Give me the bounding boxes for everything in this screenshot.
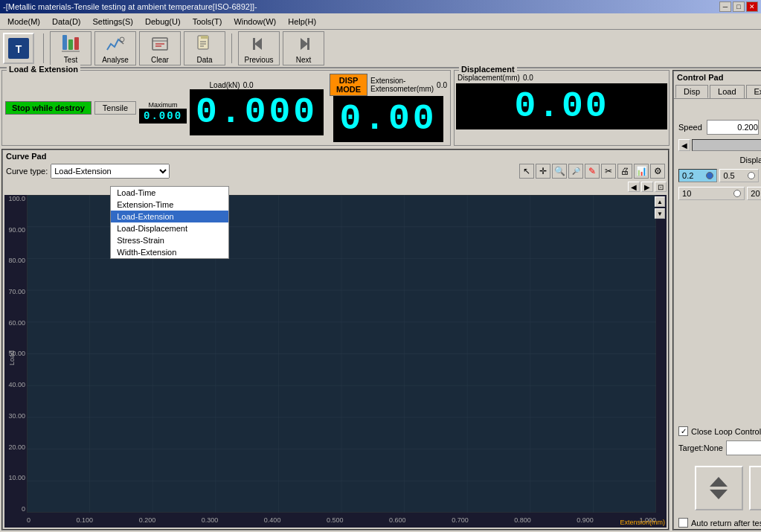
x-axis-title: Extension(mm) <box>620 519 666 526</box>
speed-btn-label: 0.2 <box>682 171 693 180</box>
chart-nav-expand[interactable]: ⊡ <box>655 182 667 192</box>
dropdown-load-ext[interactable]: Load-Extension <box>111 211 228 222</box>
dropdown-load-disp[interactable]: Load-Displacement <box>111 222 228 234</box>
load-ext-section: Load & Extension Stop while destroy Tens… <box>1 70 451 146</box>
menu-mode[interactable]: Mode(M) <box>1 16 46 28</box>
y-label-20: 20.00 <box>8 443 25 451</box>
disp-mode-button[interactable]: DISP MODE <box>330 74 367 96</box>
displacement-section: Displacement Displacement(mm) 0.0 0.00 <box>454 70 670 146</box>
logo-button[interactable]: T <box>3 33 34 64</box>
dropdown-stress-strain[interactable]: Stress-Strain <box>111 234 228 246</box>
settings-tool[interactable]: ⚙ <box>650 164 665 179</box>
speed-btn-label: 0.5 <box>723 171 734 180</box>
y-label-0: 0 <box>22 505 25 513</box>
tab-disp[interactable]: Disp <box>675 85 708 98</box>
previous-button[interactable]: Previous <box>238 31 280 65</box>
tensile-label: Tensile <box>94 101 136 115</box>
slider-track[interactable] <box>692 139 761 151</box>
clear-label: Clear <box>151 56 169 64</box>
speed-buttons-row2: 10 20 50 <box>678 187 761 200</box>
menu-help[interactable]: Help(H) <box>282 16 322 28</box>
title-bar: -[Metallic materials-Tensile testing at … <box>0 0 761 13</box>
svg-rect-4 <box>74 37 79 50</box>
menu-tools[interactable]: Tools(T) <box>187 16 228 28</box>
auto-return-row: Auto return after testing (Speed: 50) <box>674 516 761 529</box>
svg-point-6 <box>120 37 124 42</box>
auto-return-label: Auto return after testing (Speed: 50) <box>691 519 761 528</box>
x-label-7: 0.700 <box>452 516 469 524</box>
disp-mm-min-label: Displacement mm/min <box>678 156 761 164</box>
dropdown-width-ext[interactable]: Width-Extension <box>111 246 228 258</box>
y-axis-title: Load <box>8 350 16 365</box>
displacement-main-display: 0.00 <box>456 83 667 129</box>
displacement-unit: Displacement(mm) <box>457 74 520 82</box>
curve-type-select[interactable]: Load-TimeExtension-TimeLoad-ExtensionLoa… <box>51 164 170 179</box>
maximize-button[interactable]: □ <box>733 1 745 12</box>
menu-settings[interactable]: Settings(S) <box>87 16 139 28</box>
x-label-9: 0.900 <box>577 516 594 524</box>
speed-label: Speed <box>678 123 702 132</box>
test-button[interactable]: Test <box>50 31 91 65</box>
scroll-down[interactable]: ▼ <box>655 208 665 219</box>
chart-tool[interactable]: 📊 <box>634 164 649 179</box>
radio-0.2 <box>706 172 713 179</box>
pen-tool[interactable]: ✎ <box>585 164 600 179</box>
menu-data[interactable]: Data(D) <box>46 16 87 28</box>
stop-while-destroy-button[interactable]: Stop while destroy <box>5 101 91 115</box>
up-down-button[interactable] <box>695 466 743 510</box>
target-input[interactable] <box>726 440 761 455</box>
zoom-out-tool[interactable]: 🔎 <box>568 164 583 179</box>
clear-button[interactable]: Clear <box>139 31 181 65</box>
speed-btn-10[interactable]: 10 <box>678 187 745 200</box>
speed-btn-0.5[interactable]: 0.5 <box>719 169 758 182</box>
y-label-80: 80.00 <box>8 257 25 264</box>
x-label-1: 0.100 <box>77 516 94 524</box>
svg-rect-3 <box>68 39 73 50</box>
toolbar: T Test Analyse Clear <box>0 30 761 68</box>
curve-pad-header: Curve type: Load-TimeExtension-TimeLoad-… <box>3 162 668 180</box>
print-tool[interactable]: 🖨 <box>617 164 632 179</box>
tab-extension[interactable]: Extension <box>746 85 761 98</box>
dropdown-load-time[interactable]: Load-Time <box>111 187 228 199</box>
analyse-button[interactable]: Analyse <box>94 31 136 65</box>
start-button[interactable]: START <box>749 466 761 510</box>
y-label-40: 40.00 <box>8 381 25 388</box>
curve-toolbar: ↖ ✛ 🔍 🔎 ✎ ✂ 🖨 📊 ⚙ <box>519 164 665 179</box>
svg-rect-13 <box>201 36 208 39</box>
speed-row: Speed mm/min <box>678 120 761 135</box>
chart-nav-right[interactable]: ▶ <box>641 182 653 192</box>
control-pad-title: Control Pad <box>674 71 761 83</box>
menu-window[interactable]: Window(W) <box>228 16 282 28</box>
chart-nav-left[interactable]: ◀ <box>628 182 640 192</box>
select-tool[interactable]: ↖ <box>519 164 534 179</box>
speed-btn-label: 10 <box>682 189 691 198</box>
target-row: Target:None Apply <box>678 440 761 455</box>
svg-marker-19 <box>301 38 308 50</box>
dropdown-ext-time[interactable]: Extension-Time <box>111 199 228 211</box>
speed-btn-20[interactable]: 20 <box>747 187 761 200</box>
scissors-tool[interactable]: ✂ <box>601 164 616 179</box>
close-button[interactable]: ✕ <box>746 1 758 12</box>
auto-return-checkbox[interactable] <box>678 518 688 528</box>
x-label-3: 0.300 <box>202 516 219 524</box>
previous-label: Previous <box>245 56 274 64</box>
control-buttons: START STOP <box>674 460 761 516</box>
menu-debug[interactable]: Debug(U) <box>139 16 187 28</box>
chart-area: 100.0 90.00 80.00 70.00 60.00 50.00 40.0… <box>4 195 667 528</box>
scroll-up[interactable]: ▲ <box>655 196 665 207</box>
title-bar-buttons: ─ □ ✕ <box>719 1 758 12</box>
next-button[interactable]: Next <box>283 31 324 65</box>
crosshair-tool[interactable]: ✛ <box>536 164 550 179</box>
slider-left-arrow[interactable]: ◀ <box>678 139 690 151</box>
minimize-button[interactable]: ─ <box>719 1 731 12</box>
zoom-in-tool[interactable]: 🔍 <box>552 164 567 179</box>
test-label: Test <box>64 56 77 64</box>
close-loop-checkbox[interactable]: ✓ <box>678 426 688 436</box>
toolbar-sep-1 <box>43 33 44 63</box>
data-button[interactable]: Data <box>184 31 225 65</box>
speed-input[interactable] <box>707 120 759 135</box>
speed-btn-0.2[interactable]: 0.2 <box>678 169 717 182</box>
maximum-label: Maximum <box>149 101 178 109</box>
curve-pad-title: Curve Pad <box>3 150 668 162</box>
tab-load[interactable]: Load <box>710 85 744 98</box>
